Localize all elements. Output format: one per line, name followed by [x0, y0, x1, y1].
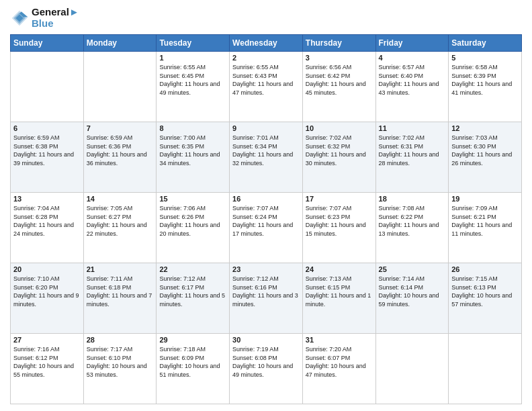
day-info: Sunrise: 7:17 AM Sunset: 6:10 PM Dayligh…	[87, 345, 154, 379]
day-number: 24	[306, 265, 373, 273]
day-number: 8	[159, 124, 226, 132]
day-cell: 7Sunrise: 6:59 AM Sunset: 6:36 PM Daylig…	[83, 122, 157, 193]
day-cell	[11, 52, 84, 122]
day-cell: 1Sunrise: 6:55 AM Sunset: 6:45 PM Daylig…	[157, 52, 230, 122]
day-info: Sunrise: 7:07 AM Sunset: 6:24 PM Dayligh…	[232, 204, 300, 238]
day-number: 20	[13, 265, 81, 273]
day-info: Sunrise: 6:59 AM Sunset: 6:38 PM Dayligh…	[13, 134, 81, 167]
day-info: Sunrise: 7:12 AM Sunset: 6:16 PM Dayligh…	[232, 275, 300, 308]
day-info: Sunrise: 7:00 AM Sunset: 6:35 PM Dayligh…	[159, 134, 226, 167]
day-info: Sunrise: 7:20 AM Sunset: 6:07 PM Dayligh…	[306, 345, 373, 379]
day-info: Sunrise: 7:15 AM Sunset: 6:13 PM Dayligh…	[451, 275, 519, 308]
day-cell: 31Sunrise: 7:20 AM Sunset: 6:07 PM Dayli…	[302, 334, 375, 404]
day-cell: 11Sunrise: 7:02 AM Sunset: 6:31 PM Dayli…	[375, 122, 449, 193]
day-number: 30	[232, 336, 300, 344]
day-info: Sunrise: 7:03 AM Sunset: 6:30 PM Dayligh…	[451, 134, 519, 167]
day-info: Sunrise: 7:06 AM Sunset: 6:26 PM Dayligh…	[159, 204, 226, 238]
day-cell: 15Sunrise: 7:06 AM Sunset: 6:26 PM Dayli…	[157, 193, 230, 263]
day-number: 10	[306, 124, 373, 132]
day-cell: 12Sunrise: 7:03 AM Sunset: 6:30 PM Dayli…	[449, 122, 522, 193]
day-number: 7	[87, 124, 154, 132]
day-number: 15	[159, 195, 226, 203]
day-info: Sunrise: 7:13 AM Sunset: 6:15 PM Dayligh…	[306, 275, 373, 308]
weekday-header-tuesday: Tuesday	[157, 35, 230, 52]
page: General► Blue SundayMondayTuesdayWednesd…	[0, 0, 532, 411]
day-cell	[375, 334, 449, 404]
day-number: 5	[451, 54, 519, 62]
day-cell: 8Sunrise: 7:00 AM Sunset: 6:35 PM Daylig…	[157, 122, 230, 193]
weekday-header-monday: Monday	[83, 35, 157, 52]
day-info: Sunrise: 6:55 AM Sunset: 6:45 PM Dayligh…	[159, 63, 226, 97]
day-cell: 23Sunrise: 7:12 AM Sunset: 6:16 PM Dayli…	[230, 263, 303, 334]
weekday-header-thursday: Thursday	[302, 35, 375, 52]
day-info: Sunrise: 7:12 AM Sunset: 6:17 PM Dayligh…	[159, 275, 226, 308]
day-cell: 17Sunrise: 7:07 AM Sunset: 6:23 PM Dayli…	[302, 193, 375, 263]
day-info: Sunrise: 7:14 AM Sunset: 6:14 PM Dayligh…	[379, 275, 446, 308]
day-info: Sunrise: 7:07 AM Sunset: 6:23 PM Dayligh…	[306, 204, 373, 238]
weekday-header-wednesday: Wednesday	[230, 35, 303, 52]
day-number: 29	[159, 336, 226, 344]
day-cell: 28Sunrise: 7:17 AM Sunset: 6:10 PM Dayli…	[83, 334, 157, 404]
week-row-2: 6Sunrise: 6:59 AM Sunset: 6:38 PM Daylig…	[11, 122, 522, 193]
day-number: 28	[87, 336, 154, 344]
day-number: 14	[87, 195, 154, 203]
day-info: Sunrise: 7:11 AM Sunset: 6:18 PM Dayligh…	[87, 275, 154, 308]
day-number: 27	[13, 336, 81, 344]
day-info: Sunrise: 7:19 AM Sunset: 6:08 PM Dayligh…	[232, 345, 300, 379]
week-row-3: 13Sunrise: 7:04 AM Sunset: 6:28 PM Dayli…	[11, 193, 522, 263]
day-number: 2	[232, 54, 300, 62]
day-cell: 18Sunrise: 7:08 AM Sunset: 6:22 PM Dayli…	[375, 193, 449, 263]
day-cell: 26Sunrise: 7:15 AM Sunset: 6:13 PM Dayli…	[449, 263, 522, 334]
day-number: 18	[379, 195, 446, 203]
week-row-4: 20Sunrise: 7:10 AM Sunset: 6:20 PM Dayli…	[11, 263, 522, 334]
logo: General► Blue	[10, 7, 79, 29]
calendar-table: SundayMondayTuesdayWednesdayThursdayFrid…	[10, 34, 522, 404]
day-cell: 27Sunrise: 7:16 AM Sunset: 6:12 PM Dayli…	[11, 334, 84, 404]
day-number: 25	[379, 265, 446, 273]
day-info: Sunrise: 7:02 AM Sunset: 6:32 PM Dayligh…	[306, 134, 373, 167]
day-info: Sunrise: 7:10 AM Sunset: 6:20 PM Dayligh…	[13, 275, 81, 308]
day-cell	[449, 334, 522, 404]
day-number: 12	[451, 124, 519, 132]
day-number: 19	[451, 195, 519, 203]
day-info: Sunrise: 6:58 AM Sunset: 6:39 PM Dayligh…	[451, 63, 519, 97]
day-number: 6	[13, 124, 81, 132]
week-row-1: 1Sunrise: 6:55 AM Sunset: 6:45 PM Daylig…	[11, 52, 522, 122]
day-info: Sunrise: 7:16 AM Sunset: 6:12 PM Dayligh…	[13, 345, 81, 379]
logo-text: General► Blue	[32, 7, 79, 29]
week-row-5: 27Sunrise: 7:16 AM Sunset: 6:12 PM Dayli…	[11, 334, 522, 404]
day-info: Sunrise: 6:55 AM Sunset: 6:43 PM Dayligh…	[232, 63, 300, 97]
day-number: 31	[306, 336, 373, 344]
day-number: 17	[306, 195, 373, 203]
day-number: 21	[87, 265, 154, 273]
day-number: 22	[159, 265, 226, 273]
day-cell: 16Sunrise: 7:07 AM Sunset: 6:24 PM Dayli…	[230, 193, 303, 263]
weekday-header-sunday: Sunday	[11, 35, 84, 52]
logo-icon	[10, 9, 29, 28]
day-cell: 13Sunrise: 7:04 AM Sunset: 6:28 PM Dayli…	[11, 193, 84, 263]
day-number: 1	[159, 54, 226, 62]
day-cell: 14Sunrise: 7:05 AM Sunset: 6:27 PM Dayli…	[83, 193, 157, 263]
day-info: Sunrise: 7:04 AM Sunset: 6:28 PM Dayligh…	[13, 204, 81, 238]
day-info: Sunrise: 6:57 AM Sunset: 6:40 PM Dayligh…	[379, 63, 446, 97]
day-cell: 20Sunrise: 7:10 AM Sunset: 6:20 PM Dayli…	[11, 263, 84, 334]
day-cell: 29Sunrise: 7:18 AM Sunset: 6:09 PM Dayli…	[157, 334, 230, 404]
day-cell: 4Sunrise: 6:57 AM Sunset: 6:40 PM Daylig…	[375, 52, 449, 122]
day-number: 13	[13, 195, 81, 203]
day-info: Sunrise: 7:02 AM Sunset: 6:31 PM Dayligh…	[379, 134, 446, 167]
day-cell: 5Sunrise: 6:58 AM Sunset: 6:39 PM Daylig…	[449, 52, 522, 122]
header: General► Blue	[10, 7, 522, 29]
day-cell: 24Sunrise: 7:13 AM Sunset: 6:15 PM Dayli…	[302, 263, 375, 334]
day-cell: 9Sunrise: 7:01 AM Sunset: 6:34 PM Daylig…	[230, 122, 303, 193]
day-info: Sunrise: 7:09 AM Sunset: 6:21 PM Dayligh…	[451, 204, 519, 238]
day-number: 26	[451, 265, 519, 273]
weekday-header-saturday: Saturday	[449, 35, 522, 52]
day-info: Sunrise: 6:56 AM Sunset: 6:42 PM Dayligh…	[306, 63, 373, 97]
weekday-header-friday: Friday	[375, 35, 449, 52]
day-number: 9	[232, 124, 300, 132]
day-info: Sunrise: 7:08 AM Sunset: 6:22 PM Dayligh…	[379, 204, 446, 238]
day-cell: 3Sunrise: 6:56 AM Sunset: 6:42 PM Daylig…	[302, 52, 375, 122]
day-cell: 21Sunrise: 7:11 AM Sunset: 6:18 PM Dayli…	[83, 263, 157, 334]
day-number: 4	[379, 54, 446, 62]
day-number: 16	[232, 195, 300, 203]
